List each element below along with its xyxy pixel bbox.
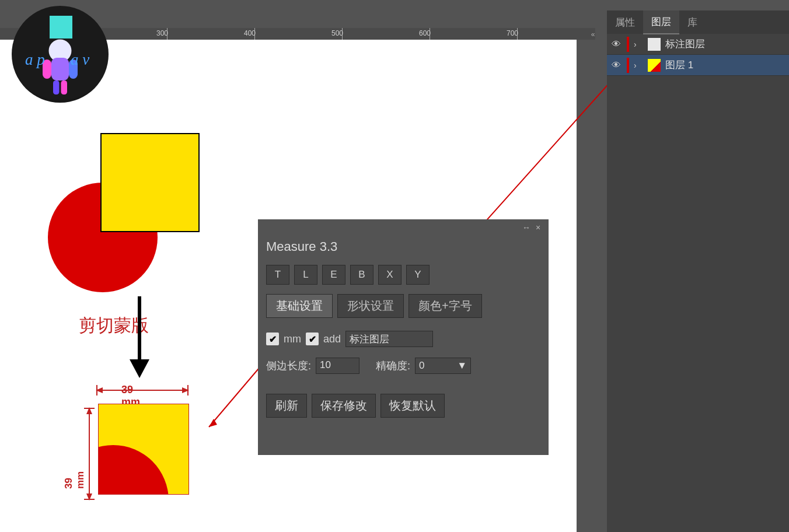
tab-properties[interactable]: 属性 — [607, 11, 643, 34]
visibility-toggle-icon[interactable]: 👁 — [610, 60, 622, 71]
dir-btn-e[interactable]: E — [322, 265, 345, 285]
avatar-logo: a p a v — [12, 6, 109, 103]
tab-layers[interactable]: 图层 — [643, 10, 679, 34]
svg-rect-16 — [50, 16, 72, 38]
layer-color-bar — [627, 37, 629, 52]
dir-btn-t[interactable]: T — [266, 265, 289, 285]
scroll-indicator[interactable]: « — [588, 30, 598, 42]
measured-clipped-circle — [98, 445, 169, 495]
yellow-square-shape[interactable] — [100, 133, 200, 232]
tab-library[interactable]: 库 — [679, 11, 706, 34]
layer-thumbnail — [648, 59, 661, 72]
expand-toggle-icon[interactable]: › — [634, 61, 643, 70]
dir-btn-x[interactable]: X — [378, 265, 402, 285]
layers-panel[interactable]: 属性 图层 库 👁 › 标注图层 👁 › 图层 1 — [607, 10, 789, 532]
panel-title: Measure 3.3 — [258, 236, 549, 262]
edge-length-label: 侧边长度: — [266, 359, 311, 373]
tab-shape[interactable]: 形状设置 — [337, 294, 404, 318]
svg-text:a v: a v — [71, 51, 89, 68]
measure-height-arrow-icon — [84, 407, 95, 501]
action-row: 刷新 保存修改 恢复默认 — [258, 391, 549, 420]
settings-tabs: 基础设置 形状设置 颜色+字号 — [258, 292, 549, 320]
dir-btn-y[interactable]: Y — [406, 265, 430, 285]
checkbox-add[interactable]: ✔ — [306, 332, 319, 345]
chevron-down-icon: ▼ — [457, 360, 467, 372]
checkbox-row: ✔ mm ✔ add 标注图层 — [258, 328, 549, 349]
measure-width-arrow-icon — [96, 385, 189, 396]
checkbox-add-label: add — [323, 333, 341, 345]
svg-rect-18 — [51, 58, 69, 80]
checkbox-mm-label: mm — [284, 333, 301, 345]
ruler-tick-700: 700 — [507, 29, 518, 37]
ruler-tick-500: 500 — [331, 29, 343, 37]
edge-precision-row: 侧边长度: 10 精确度: 0 ▼ — [258, 355, 549, 376]
edge-length-field[interactable]: 10 — [316, 358, 359, 374]
arrow-down-icon — [124, 296, 155, 380]
visibility-toggle-icon[interactable]: 👁 — [610, 39, 622, 50]
layer-name: 标注图层 — [665, 37, 705, 51]
layer-thumbnail — [648, 38, 661, 51]
side-panel-tabs: 属性 图层 库 — [607, 10, 789, 34]
precision-value: 0 — [419, 360, 424, 372]
measure-panel[interactable]: ↔ × Measure 3.3 T L E B X Y 基础设置 形状设置 颜色… — [258, 219, 549, 455]
ruler-tick-600: 600 — [419, 29, 431, 37]
expand-toggle-icon[interactable]: › — [634, 40, 643, 49]
tab-basic[interactable]: 基础设置 — [266, 294, 333, 318]
measured-square[interactable] — [98, 404, 189, 495]
close-icon[interactable]: × — [532, 223, 544, 232]
layer-row-annotation[interactable]: 👁 › 标注图层 — [607, 34, 789, 55]
panel-titlebar[interactable]: ↔ × — [258, 219, 549, 236]
save-button[interactable]: 保存修改 — [312, 394, 376, 418]
minimize-icon[interactable]: ↔ — [521, 223, 532, 232]
svg-marker-1 — [130, 359, 149, 378]
dir-btn-l[interactable]: L — [294, 265, 317, 285]
refresh-button[interactable]: 刷新 — [266, 394, 307, 418]
ruler-tick-300: 300 — [156, 29, 168, 37]
measure-height-label: 39 mm — [63, 471, 86, 489]
ruler-tick-400: 400 — [244, 29, 256, 37]
precision-select[interactable]: 0 ▼ — [415, 358, 471, 374]
checkbox-mm[interactable]: ✔ — [266, 332, 279, 345]
layer-row-1[interactable]: 👁 › 图层 1 — [607, 55, 789, 76]
direction-button-row: T L E B X Y — [258, 262, 549, 287]
svg-rect-22 — [61, 80, 68, 94]
svg-text:a p: a p — [25, 51, 45, 68]
reset-button[interactable]: 恢复默认 — [380, 394, 445, 418]
layer-name: 图层 1 — [665, 58, 693, 72]
svg-rect-21 — [53, 80, 60, 94]
dir-btn-b[interactable]: B — [350, 265, 373, 285]
tab-color-font[interactable]: 颜色+字号 — [409, 294, 482, 318]
precision-label: 精确度: — [376, 359, 410, 373]
layer-name-field[interactable]: 标注图层 — [345, 331, 433, 347]
layer-color-bar — [627, 58, 629, 73]
